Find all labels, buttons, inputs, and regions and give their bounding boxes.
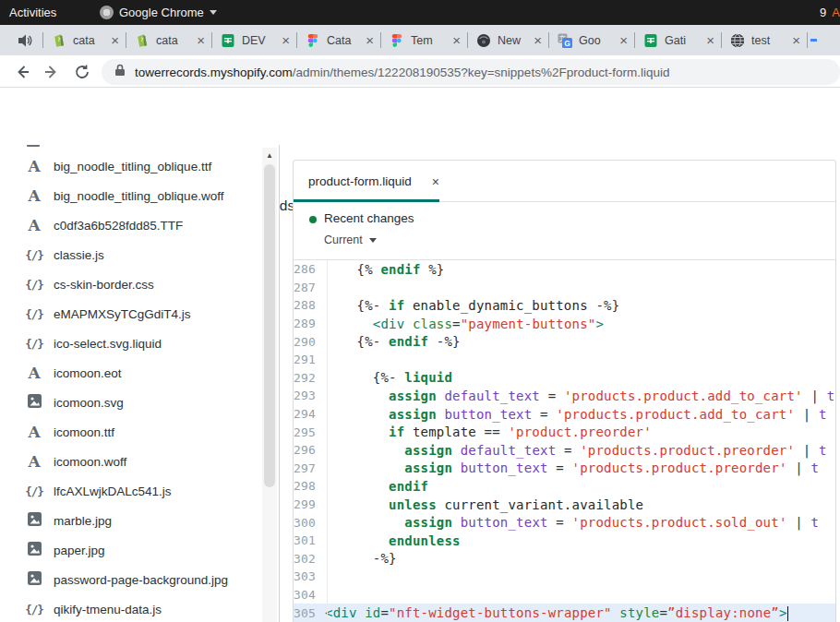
sidebar-file-icomoon.eot[interactable]: Aicomoon.eot xyxy=(0,358,258,388)
code-text: endif xyxy=(321,479,428,494)
editor-tab-row: product-form.liquid × xyxy=(294,161,835,202)
line-number: 293 xyxy=(294,389,321,402)
file-name: eMAPMXSyTCgGdiT4.js xyxy=(54,307,191,321)
code-text: {%- if enable_dynamic_buttons -%} xyxy=(321,298,619,313)
font-file-icon: A xyxy=(20,364,48,382)
browser-tab-label: test xyxy=(751,34,790,47)
line-number: 300 xyxy=(294,516,321,530)
sidebar-file-icomoon.woff[interactable]: Aicomoon.woff xyxy=(0,447,258,476)
browser-tab-test[interactable]: test× xyxy=(722,25,808,55)
close-icon[interactable]: × xyxy=(619,33,628,47)
code-file-icon: {/} xyxy=(20,278,48,292)
code-text: assign button_text = 'products.product.p… xyxy=(321,461,819,475)
close-icon[interactable]: × xyxy=(792,33,800,47)
close-icon[interactable]: × xyxy=(111,33,119,47)
code-line-286: 286 {% endif %} xyxy=(294,260,835,279)
browser-tab-label: Tem xyxy=(411,34,450,47)
browser-tab-cata[interactable]: cata× xyxy=(126,25,212,55)
line-number: 292 xyxy=(294,371,321,385)
line-number: 298 xyxy=(294,479,321,493)
sidebar-scrollbar[interactable]: ▲ xyxy=(262,148,277,622)
scroll-up-arrow[interactable]: ▲ xyxy=(262,150,277,162)
close-icon[interactable]: × xyxy=(366,33,374,47)
browser-tab-partial[interactable] xyxy=(808,25,840,55)
tab-divider xyxy=(548,32,549,48)
sidebar-file-icomoon.ttf[interactable]: Aicomoon.ttf xyxy=(0,417,258,447)
close-icon[interactable]: × xyxy=(452,33,461,47)
code-file-icon: {/} xyxy=(20,484,48,498)
sidebar-file-paper.jpg[interactable]: paper.jpg xyxy=(0,535,258,565)
sidebar-file-marble.jpg[interactable]: marble.jpg xyxy=(0,506,258,535)
browser-tab-cata[interactable]: cata× xyxy=(43,25,126,55)
clock-fragment: 9 A xyxy=(820,0,840,25)
sidebar-file-password-page-background.jpg[interactable]: password-page-background.jpg xyxy=(0,565,258,594)
activities-button[interactable]: Activities xyxy=(9,0,56,25)
sidebar-file-classie.js[interactable]: {/}classie.js xyxy=(0,240,258,269)
sidebar-file-lfcAXLwjkDALc541.js[interactable]: {/}lfcAXLwjkDALc541.js xyxy=(0,476,258,506)
code-line-305: 305<div id="nft-widget-buttons-wrapper" … xyxy=(294,604,835,622)
code-editor-area[interactable]: 286 {% endif %}287288 {%- if enable_dyna… xyxy=(294,260,835,622)
sidebar-file-icomoon.svg[interactable]: icomoon.svg xyxy=(0,388,258,417)
browser-tab-label: New xyxy=(498,34,532,47)
sidebar-file-eMAPMXSyTCgGdiT4.js[interactable]: {/}eMAPMXSyTCgGdiT4.js xyxy=(0,299,258,329)
app-menu-label: Google Chrome xyxy=(119,6,204,19)
sidebar-file-big_noodle_titling_oblique.woff[interactable]: Abig_noodle_titling_oblique.woff xyxy=(0,181,258,210)
tab-divider xyxy=(126,32,126,48)
file-name: paper.jpg xyxy=(54,544,105,557)
line-number: 296 xyxy=(294,443,321,457)
reload-button[interactable] xyxy=(71,61,93,83)
code-text: {%- liquid xyxy=(321,370,452,385)
code-line-294: 294 assign button_text = 'products.produ… xyxy=(294,405,835,424)
tab-divider xyxy=(721,32,722,48)
line-number: 295 xyxy=(294,425,321,439)
lock-icon[interactable] xyxy=(114,64,126,80)
sidebar-file-c0df3a6b528fdd85.TTF[interactable]: Ac0df3a6b528fdd85.TTF xyxy=(0,210,258,240)
sidebar-file-big_noodle_titling_oblique.ttf[interactable]: Abig_noodle_titling_oblique.ttf xyxy=(0,151,258,181)
code-line-300: 300 assign button_text = 'products.produ… xyxy=(294,513,835,532)
version-bar: Recent changes Current xyxy=(294,203,835,260)
editor-file-tab[interactable]: product-form.liquid × xyxy=(294,161,439,202)
image-file-icon xyxy=(20,541,48,560)
file-name: ico-select.svg.liquid xyxy=(54,337,162,351)
translate-icon: 文G xyxy=(558,33,572,48)
code-line-289: 289 <div class="payment-buttons"> xyxy=(294,315,835,333)
app-menu-button[interactable]: Google Chrome xyxy=(100,0,217,25)
tab-divider xyxy=(42,32,43,48)
browser-tab-Cata[interactable]: Cata× xyxy=(297,25,381,55)
close-icon[interactable]: × xyxy=(197,33,205,47)
address-bar[interactable]: towerrecords.myshopify.com/admin/themes/… xyxy=(102,59,840,85)
browser-tab-Goo[interactable]: 文GGoo× xyxy=(549,25,635,55)
browser-tab-Gati[interactable]: Gati× xyxy=(635,25,722,55)
file-sidebar: Abig_noodle_titling_oblique.ttfAbig_nood… xyxy=(0,145,279,622)
version-selector[interactable]: Current xyxy=(324,233,377,246)
sidebar-file-cs-skin-border.css[interactable]: {/}cs-skin-border.css xyxy=(0,269,258,299)
tab-divider xyxy=(634,32,635,48)
sidebar-file-qikify-tmenu-data.js[interactable]: {/}qikify-tmenu-data.js xyxy=(0,594,258,622)
scrollbar-thumb[interactable] xyxy=(264,164,275,487)
recent-changes-dot xyxy=(309,216,317,223)
forward-button[interactable] xyxy=(41,61,63,83)
close-icon[interactable]: × xyxy=(706,33,714,47)
sidebar-editor-divider xyxy=(279,145,280,622)
browser-tab-Tem[interactable]: Tem× xyxy=(381,25,468,55)
browser-tab-label: Gati xyxy=(665,34,704,47)
close-icon[interactable]: × xyxy=(534,33,542,47)
line-number: 304 xyxy=(294,588,321,602)
code-text: {%- endif -%} xyxy=(321,334,461,349)
browser-tab-DEV[interactable]: DEV× xyxy=(212,25,297,55)
clock-text: 9 xyxy=(820,6,826,19)
back-button[interactable] xyxy=(11,61,33,83)
code-line-297: 297 assign button_text = 'products.produ… xyxy=(294,460,835,478)
file-name: c0df3a6b528fdd85.TTF xyxy=(54,219,183,233)
recent-changes-label: Recent changes xyxy=(324,211,414,225)
code-editor-panel: product-form.liquid × Recent changes Cur… xyxy=(293,160,836,622)
close-icon[interactable]: × xyxy=(282,33,290,47)
sidebar-file-ico-select.svg.liquid[interactable]: {/}ico-select.svg.liquid xyxy=(0,329,258,358)
code-text: assign button_text = 'products.product.a… xyxy=(321,407,827,422)
close-icon[interactable]: × xyxy=(432,174,439,189)
code-line-299: 299 unless current_variant.available xyxy=(294,496,835,514)
browser-tab-New[interactable]: New× xyxy=(468,25,549,55)
editor-tab-label: product-form.liquid xyxy=(308,174,412,188)
tab-divider xyxy=(211,32,212,48)
file-name: password-page-background.jpg xyxy=(54,573,228,587)
